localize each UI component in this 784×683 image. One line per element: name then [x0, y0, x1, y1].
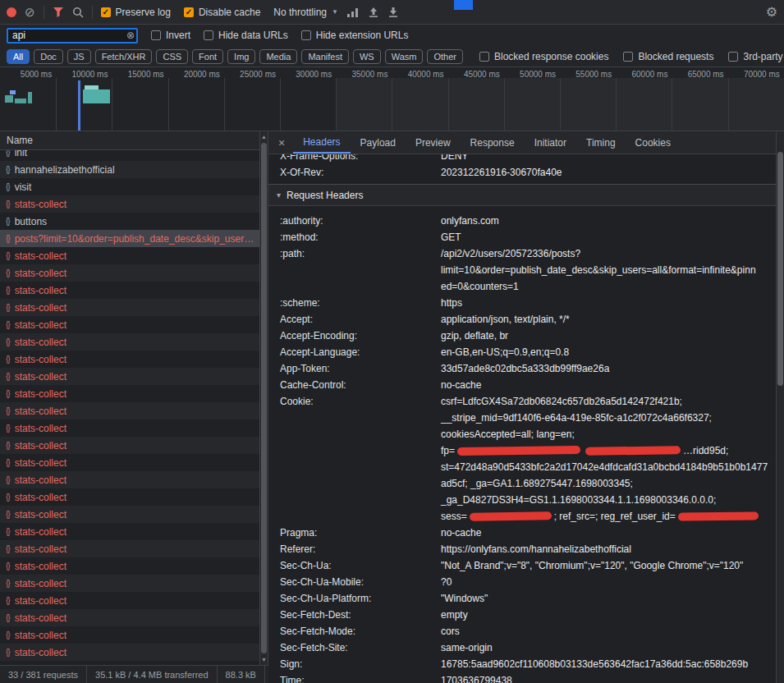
request-row[interactable]: {}stats-collect — [0, 385, 259, 402]
disclosure-triangle-icon: ▾ — [277, 190, 281, 199]
request-row[interactable]: {}stats-collect — [0, 523, 259, 540]
toolbar-divider — [92, 6, 93, 19]
type-filter-fetch-xhr[interactable]: Fetch/XHR — [95, 49, 153, 64]
request-row[interactable]: {}visit — [0, 178, 259, 195]
checkbox-blocked-requests[interactable]: Blocked requests — [623, 51, 713, 62]
name-column-header[interactable]: Name — [0, 131, 259, 150]
record-network-log-button[interactable] — [7, 7, 16, 17]
type-filter-other[interactable]: Other — [427, 49, 463, 64]
request-row[interactable]: {}buttons — [0, 213, 259, 230]
type-filter-wasm[interactable]: Wasm — [385, 49, 424, 64]
type-filter-doc[interactable]: Doc — [34, 49, 63, 64]
checkbox-blocked-response-cookies[interactable]: Blocked response cookies — [479, 51, 608, 62]
type-filter-css[interactable]: CSS — [156, 49, 188, 64]
timeline-label: 20000 ms — [177, 70, 220, 79]
checkbox-disable-cache[interactable]: Disable cache — [184, 7, 260, 18]
request-headers-section-header[interactable]: ▾Request Headers — [268, 185, 776, 206]
import-har-icon[interactable] — [368, 7, 379, 18]
request-row[interactable]: {}stats-collect — [0, 454, 259, 471]
timeline-gridline — [224, 78, 225, 131]
request-row[interactable]: {}init — [0, 150, 259, 161]
checkbox-invert[interactable]: Invert — [151, 30, 190, 41]
scrollbar-thumb[interactable] — [777, 152, 783, 386]
header-value-line: onlyfans.com — [441, 213, 499, 229]
request-row[interactable]: {}stats-collect — [0, 368, 259, 385]
scroll-down-icon[interactable]: ▼ — [261, 654, 267, 665]
request-row[interactable]: {}stats-collect — [0, 282, 259, 299]
request-row[interactable]: {}stats-collect — [0, 437, 259, 454]
request-row[interactable]: {}stats-collect — [0, 195, 259, 213]
request-row[interactable]: {}stats-collect — [0, 575, 259, 592]
tab-initiator[interactable]: Initiator — [525, 131, 576, 154]
type-filter-ws[interactable]: WS — [353, 49, 381, 64]
header-row: :method:GET — [280, 229, 776, 245]
request-row[interactable]: {}stats-collect — [0, 419, 259, 437]
request-row-selected[interactable]: {}posts?limit=10&order=publish_date_desc… — [0, 230, 259, 247]
checkbox-preserve-log[interactable]: Preserve log — [101, 7, 171, 18]
request-row[interactable]: {}stats-collect — [0, 488, 259, 506]
request-row[interactable]: {}stats-collect — [0, 626, 259, 644]
header-value: 202312261916-30670fa40e — [441, 164, 562, 181]
requests-scrollbar[interactable]: ▲ ▼ — [259, 131, 268, 665]
network-conditions-icon[interactable] — [346, 7, 360, 17]
clear-filter-icon[interactable]: ⊗ — [126, 30, 135, 40]
throttling-dropdown[interactable]: No throttling ▼ — [273, 7, 338, 18]
checkbox-label: Disable cache — [199, 7, 260, 18]
request-row[interactable]: {}stats-collect — [0, 506, 259, 523]
script-file-icon: {} — [6, 630, 10, 639]
type-filter-all[interactable]: All — [7, 49, 30, 64]
header-value-text: sess= — [441, 511, 467, 522]
timeline-label: 30000 ms — [289, 70, 332, 79]
header-value: empty — [441, 607, 468, 623]
request-row[interactable]: {}stats-collect — [0, 557, 259, 575]
close-details-icon[interactable]: × — [275, 136, 293, 149]
checkbox-label: Hide extension URLs — [316, 30, 409, 41]
request-name: stats-collect — [15, 250, 66, 262]
tab-preview[interactable]: Preview — [406, 131, 461, 154]
request-row[interactable]: {}stats-collect — [0, 592, 259, 609]
export-har-icon[interactable] — [387, 7, 399, 18]
search-icon[interactable] — [72, 7, 84, 18]
tab-payload[interactable]: Payload — [351, 131, 406, 154]
clear-network-log-icon[interactable]: ⊘ — [25, 6, 35, 18]
scrollbar-thumb[interactable] — [261, 143, 267, 653]
request-row[interactable]: {}stats-collect — [0, 316, 259, 333]
type-filter-img[interactable]: Img — [227, 49, 255, 64]
header-row: Cache-Control:no-cache — [280, 377, 776, 393]
request-row[interactable]: {}stats-collect — [0, 402, 259, 419]
tab-response[interactable]: Response — [461, 131, 525, 154]
header-value-text: ; ref_src=; reg_ref_user_id= — [554, 511, 676, 522]
request-row[interactable]: {}hannahelizabethofficial — [0, 161, 259, 178]
checkbox-hide-extension-urls[interactable]: Hide extension URLs — [301, 30, 409, 41]
type-filter-js[interactable]: JS — [67, 49, 91, 64]
request-row[interactable]: {}stats-collect — [0, 609, 259, 626]
header-value-line: /api2/v2/users/20572336/posts? — [441, 245, 756, 262]
tab-timing[interactable]: Timing — [576, 131, 626, 154]
scroll-up-icon[interactable]: ▲ — [261, 131, 267, 142]
tab-headers[interactable]: Headers — [293, 131, 350, 154]
request-row[interactable]: {}stats-collect — [0, 264, 259, 282]
request-name: stats-collect — [15, 371, 66, 383]
gear-icon[interactable]: ⚙ — [766, 4, 777, 20]
request-row[interactable]: {}stats-collect — [0, 540, 259, 557]
network-filter-input[interactable] — [7, 28, 138, 44]
script-file-icon: {} — [6, 251, 10, 260]
timeline-overview[interactable]: 5000 ms10000 ms15000 ms20000 ms25000 ms3… — [0, 67, 784, 131]
tab-cookies[interactable]: Cookies — [626, 131, 681, 154]
script-file-icon: {} — [6, 217, 10, 226]
request-name: stats-collect — [15, 423, 66, 434]
filter-icon[interactable] — [53, 7, 64, 17]
unchecked-checkbox-icon — [479, 52, 489, 62]
request-row[interactable]: {}stats-collect — [0, 333, 259, 351]
checkbox-hide-data-urls[interactable]: Hide data URLs — [204, 30, 288, 41]
request-row[interactable]: {}stats-collect — [0, 644, 259, 661]
type-filter-font[interactable]: Font — [192, 49, 223, 64]
request-row[interactable]: {}stats-collect — [0, 299, 259, 316]
type-filter-manifest[interactable]: Manifest — [301, 49, 349, 64]
request-row[interactable]: {}stats-collect — [0, 351, 259, 368]
type-filter-media[interactable]: Media — [259, 49, 297, 64]
details-scrollbar[interactable] — [776, 131, 784, 683]
request-row[interactable]: {}stats-collect — [0, 471, 259, 488]
request-row[interactable]: {}stats-collect — [0, 247, 259, 264]
checkbox-3rd-party-requests[interactable]: 3rd-party requests — [728, 51, 784, 62]
